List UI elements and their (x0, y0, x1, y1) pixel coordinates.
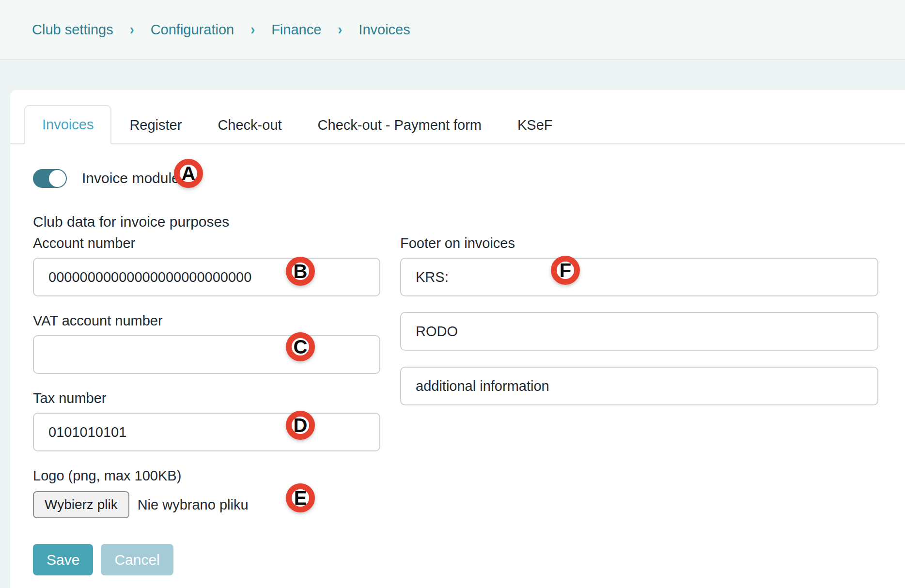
tax-number-label: Tax number (33, 389, 380, 407)
tab-ksef[interactable]: KSeF (499, 105, 571, 144)
tab-bar: Invoices Register Check-out Check-out - … (10, 105, 905, 144)
breadcrumb-invoices[interactable]: Invoices (359, 22, 410, 38)
logo-label: Logo (png, max 100KB) (33, 467, 380, 484)
chevron-right-icon: › (250, 21, 255, 38)
account-number-input[interactable] (33, 258, 380, 296)
form-actions: Save Cancel (33, 544, 380, 575)
chevron-right-icon: › (130, 21, 134, 38)
annotation-circle-e: E (286, 483, 315, 512)
tax-number-input[interactable] (33, 413, 380, 451)
settings-card: Invoices Register Check-out Check-out - … (10, 90, 905, 588)
footer-line1-input[interactable] (400, 258, 878, 296)
club-data-column: Account number B VAT account number C Ta… (33, 234, 380, 575)
save-button[interactable]: Save (33, 544, 93, 575)
vat-account-number-wrap: C (33, 335, 380, 374)
account-number-label: Account number (33, 234, 380, 252)
annotation-letter: E (294, 488, 307, 508)
invoice-module-row: Invoice module A (33, 158, 905, 199)
breadcrumb: Club settings › Configuration › Finance … (32, 22, 410, 38)
footer-on-invoices-label: Footer on invoices (400, 234, 878, 252)
breadcrumb-configuration[interactable]: Configuration (151, 22, 234, 38)
cancel-button[interactable]: Cancel (101, 544, 173, 575)
chevron-right-icon: › (338, 21, 342, 38)
footer-line2-wrap (400, 312, 878, 351)
choose-file-button[interactable]: Wybierz plik (33, 491, 129, 518)
annotation-letter: A (182, 164, 196, 183)
toggle-knob (49, 170, 66, 187)
breadcrumb-bar: Club settings › Configuration › Finance … (0, 0, 905, 60)
footer-line3-input[interactable] (400, 367, 878, 405)
tax-number-wrap: D (33, 413, 380, 451)
tab-invoices[interactable]: Invoices (24, 105, 111, 144)
footer-line1-wrap: F (400, 258, 878, 296)
section-heading: Club data for invoice purposes (33, 213, 905, 231)
footer-line2-input[interactable] (400, 312, 878, 351)
footer-column: Footer on invoices F (400, 234, 878, 575)
logo-file-row: Wybierz plik Nie wybrano pliku E (33, 491, 380, 518)
vat-account-number-input[interactable] (33, 335, 380, 374)
vat-account-number-label: VAT account number (33, 312, 380, 329)
tab-register[interactable]: Register (111, 105, 200, 144)
invoice-module-toggle[interactable] (33, 169, 67, 188)
account-number-wrap: B (33, 258, 380, 296)
footer-line3-wrap (400, 367, 878, 405)
tab-check-out[interactable]: Check-out (200, 105, 299, 144)
invoices-tab-content: Invoice module A Club data for invoice p… (33, 158, 905, 575)
invoice-module-label: Invoice module (82, 170, 180, 186)
file-status-text: Nie wybrano pliku (138, 497, 249, 513)
breadcrumb-finance[interactable]: Finance (271, 22, 321, 38)
form-columns: Account number B VAT account number C Ta… (33, 234, 905, 575)
breadcrumb-club-settings[interactable]: Club settings (32, 22, 113, 38)
tab-check-out-payment-form[interactable]: Check-out - Payment form (300, 105, 499, 144)
